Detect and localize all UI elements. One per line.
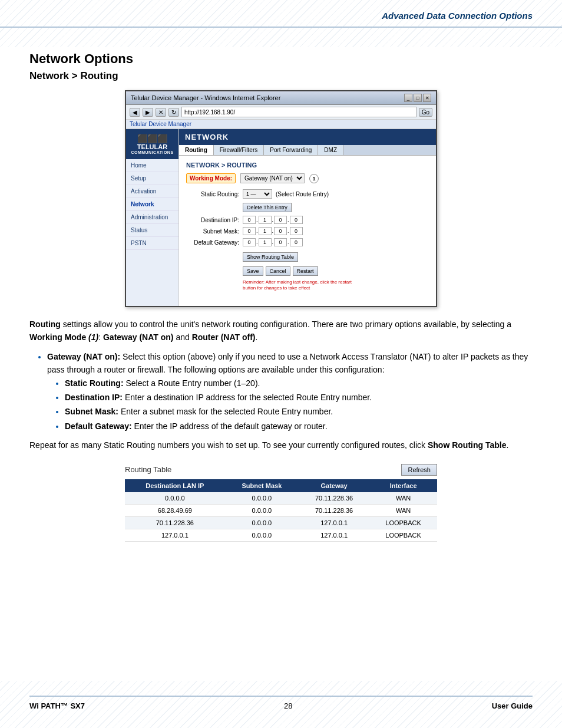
col-gateway: Gateway	[299, 479, 369, 492]
table-cell: 127.0.0.1	[299, 529, 369, 541]
routing-table: Destination LAN IP Subnet Mask Gateway I…	[125, 479, 437, 542]
show-routing-table-ref: Show Routing Table	[428, 440, 507, 450]
subnet-mask-row: Subnet Mask: . . .	[186, 227, 429, 235]
tab-port-forwarding[interactable]: Port Forwarding	[264, 145, 318, 155]
gateway-bullet: Gateway (NAT on): Select this option (ab…	[47, 350, 533, 433]
browser-titlebar: Telular Device Manager - Windows Interne…	[126, 91, 436, 105]
gateway-inputs: . . .	[243, 238, 303, 246]
sub-bullet-destination-ip: Destination IP: Enter a destination IP a…	[65, 391, 533, 404]
table-cell: 70.11.228.36	[125, 516, 225, 529]
device-sidebar: ⬛⬛⬛ TELULAR COMMUNICATIONS Home Setup Ac…	[126, 129, 179, 306]
sidebar-item-administration[interactable]: Administration	[126, 211, 178, 224]
browser-window: Telular Device Manager - Windows Interne…	[125, 90, 437, 307]
sub-bullet-static-routing: Static Routing: Select a Route Entry num…	[65, 377, 533, 390]
page-footer: Wi PATH™ SX7 28 User Guide	[29, 696, 533, 710]
sidebar-item-pstn[interactable]: PSTN	[126, 237, 178, 250]
bookmark-item[interactable]: Telular Device Manager	[130, 121, 191, 127]
static-routing-label: Static Routing:	[186, 191, 239, 197]
action-buttons: Save Cancel Restart	[243, 266, 429, 276]
gateway-1[interactable]	[243, 238, 256, 246]
dest-ip-4[interactable]	[290, 216, 303, 224]
dest-ip-2[interactable]	[259, 216, 272, 224]
table-row: 68.28.49.690.0.0.070.11.228.36WAN	[125, 504, 437, 516]
main-bullet-list: Gateway (NAT on): Select this option (ab…	[47, 350, 533, 433]
gateway-3[interactable]	[274, 238, 287, 246]
col-destination-lan-ip: Destination LAN IP	[125, 479, 225, 492]
gateway-4[interactable]	[290, 238, 303, 246]
refresh-browser-button[interactable]: ↻	[168, 108, 179, 117]
destination-ip-row: Destination IP: . . .	[186, 216, 429, 224]
cancel-button[interactable]: Cancel	[266, 266, 290, 276]
subnet-2[interactable]	[259, 227, 272, 235]
stop-button[interactable]: ✕	[156, 108, 166, 117]
table-cell: WAN	[369, 492, 437, 505]
sidebar-item-status[interactable]: Status	[126, 224, 178, 237]
sidebar-item-activation[interactable]: Activation	[126, 185, 178, 198]
sidebar-item-setup[interactable]: Setup	[126, 172, 178, 185]
default-gateway-label: Default Gateway:	[186, 239, 239, 246]
logo-text: TELULAR	[128, 143, 176, 150]
forward-button[interactable]: ▶	[143, 108, 153, 117]
browser-minimize-btn[interactable]: _	[404, 94, 412, 102]
static-routing-select[interactable]: 1 —	[243, 189, 272, 199]
device-main: NETWORK Routing Firewall/Filters Port Fo…	[179, 129, 436, 306]
table-cell: 68.28.49.69	[125, 504, 225, 516]
browser-body: ⬛⬛⬛ TELULAR COMMUNICATIONS Home Setup Ac…	[126, 129, 436, 306]
routing-table-head: Destination LAN IP Subnet Mask Gateway I…	[125, 479, 437, 492]
routing-bold: Routing	[29, 319, 61, 329]
repeat-paragraph: Repeat for as many Static Routing number…	[29, 439, 533, 452]
static-routing-row: Static Routing: 1 — (Select Route Entry)	[186, 189, 429, 199]
logo-dots: ⬛⬛⬛	[128, 134, 176, 143]
subnet-mask-label: Subnet Mask:	[186, 228, 239, 235]
table-cell: 0.0.0.0	[125, 492, 225, 505]
reminder-text: Reminder: After making last change, clic…	[243, 279, 361, 292]
subnet-1[interactable]	[243, 227, 256, 235]
select-route-hint: (Select Route Entry)	[276, 191, 329, 197]
tab-routing[interactable]: Routing	[179, 145, 214, 155]
device-content: NETWORK > ROUTING Working Mode: Gateway …	[179, 156, 436, 298]
back-button[interactable]: ◀	[130, 108, 140, 117]
sidebar-item-network[interactable]: Network	[126, 198, 178, 211]
tab-firewall[interactable]: Firewall/Filters	[214, 145, 264, 155]
gateway-2[interactable]	[259, 238, 272, 246]
table-row: 70.11.228.360.0.0.0127.0.0.1LOOPBACK	[125, 516, 437, 529]
routing-table-title: Routing Table	[125, 465, 171, 474]
sidebar-item-home[interactable]: Home	[126, 159, 178, 172]
browser-close-btn[interactable]: ✕	[423, 94, 431, 102]
col-interface: Interface	[369, 479, 437, 492]
device-tabs: Routing Firewall/Filters Port Forwarding…	[179, 145, 436, 156]
dest-ip-3[interactable]	[274, 216, 287, 224]
intro-text: settings allow you to control the unit's…	[63, 319, 511, 329]
table-cell: LOOPBACK	[369, 516, 437, 529]
table-cell: LOOPBACK	[369, 529, 437, 541]
table-cell: 0.0.0.0	[225, 529, 299, 541]
address-bar[interactable]	[181, 107, 416, 117]
browser-maximize-btn[interactable]: □	[414, 94, 422, 102]
routing-table-header-row: Routing Table Refresh	[125, 464, 437, 476]
go-button[interactable]: Go	[419, 108, 432, 117]
device-page-title: NETWORK > ROUTING	[186, 162, 429, 169]
browser-controls: _ □ ✕	[404, 94, 431, 102]
sub-bullet-default-gateway: Default Gateway: Enter the IP address of…	[65, 420, 533, 433]
section-subtitle: Network > Routing	[29, 70, 533, 82]
tab-dmz[interactable]: DMZ	[318, 145, 343, 155]
table-cell: 0.0.0.0	[225, 492, 299, 505]
destination-ip-label: Destination IP:	[186, 217, 239, 223]
number-badge-1: 1	[309, 174, 319, 183]
subnet-mask-inputs: . . .	[243, 227, 303, 235]
subnet-4[interactable]	[290, 227, 303, 235]
show-routing-table-button[interactable]: Show Routing Table	[243, 252, 298, 262]
subnet-3[interactable]	[274, 227, 287, 235]
col-subnet-mask: Subnet Mask	[225, 479, 299, 492]
table-row: 0.0.0.00.0.0.070.11.228.36WAN	[125, 492, 437, 505]
working-mode-select[interactable]: Gateway (NAT on) Router (NAT off)	[240, 173, 305, 183]
routing-table-body: 0.0.0.00.0.0.070.11.228.36WAN68.28.49.69…	[125, 492, 437, 542]
delete-entry-button[interactable]: Delete This Entry	[243, 203, 292, 212]
save-button[interactable]: Save	[243, 266, 263, 276]
device-header-bar: NETWORK	[179, 129, 436, 145]
restart-button[interactable]: Restart	[293, 266, 318, 276]
dest-ip-1[interactable]	[243, 216, 256, 224]
refresh-button[interactable]: Refresh	[401, 464, 437, 476]
default-gateway-row: Default Gateway: . . .	[186, 238, 429, 246]
footer-page-number: 28	[284, 701, 292, 710]
